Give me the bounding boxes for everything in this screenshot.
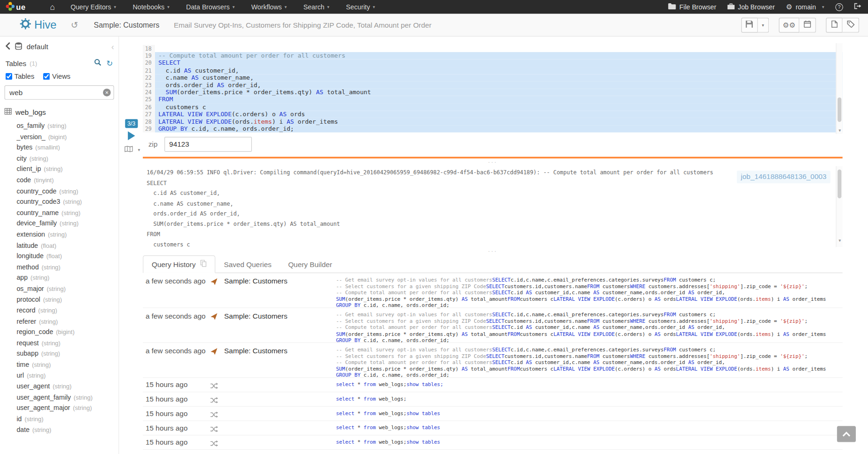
schedule-button[interactable] xyxy=(799,17,816,32)
help-icon[interactable]: ? xyxy=(835,3,843,11)
column-item[interactable]: country_code(string) xyxy=(0,186,118,196)
scrollbar-thumb[interactable] xyxy=(838,170,841,198)
history-query[interactable]: select * from web_logs;show tables; xyxy=(336,381,838,387)
history-query[interactable]: select * from web_logs; xyxy=(336,395,838,402)
document-button[interactable] xyxy=(826,17,842,32)
history-row[interactable]: a few seconds agoSample: Customers-- Get… xyxy=(143,343,843,378)
scrollbar-thumb[interactable] xyxy=(838,97,841,122)
column-item[interactable]: date(string) xyxy=(0,424,118,435)
column-item[interactable]: referer(string) xyxy=(0,316,118,327)
job-link[interactable]: job_1461888648136_0003 xyxy=(737,171,830,183)
history-row[interactable]: a few seconds agoSample: Customers-- Get… xyxy=(143,308,843,342)
execute-button[interactable] xyxy=(128,131,135,140)
column-item[interactable]: os_family(string) xyxy=(0,120,118,131)
editor-scrollbar[interactable]: ▼ xyxy=(836,43,842,134)
tab-query-history[interactable]: Query History xyxy=(143,255,215,273)
history-row[interactable]: a few seconds agoSample: Customers-- Get… xyxy=(143,273,843,308)
column-item[interactable]: app(string) xyxy=(0,272,118,283)
column-item[interactable]: longitude(float) xyxy=(0,251,118,261)
column-item[interactable]: user_agent_major(string) xyxy=(0,402,118,413)
filter-tables-checkbox[interactable]: Tables xyxy=(6,73,35,81)
history-query[interactable]: select * from web_logs;show tables xyxy=(336,410,838,417)
column-item[interactable]: user_agent_family(string) xyxy=(0,392,118,402)
hive-app-link[interactable]: Hive xyxy=(20,18,57,31)
history-row[interactable]: 15 hours agoselect * from web_logs;show … xyxy=(143,378,843,392)
column-type: (string) xyxy=(47,122,66,129)
back-icon[interactable] xyxy=(6,42,11,52)
history-query[interactable]: -- Get email survey opt-in values for al… xyxy=(336,312,838,344)
menu-notebooks[interactable]: Notebooks▾ xyxy=(126,0,176,14)
menu-data-browsers[interactable]: Data Browsers▾ xyxy=(179,0,241,14)
column-item[interactable]: country_name(string) xyxy=(0,207,118,218)
column-item[interactable]: code(tinyint) xyxy=(0,174,118,185)
home-button[interactable]: ⌂ xyxy=(50,0,55,14)
resize-handle-icon[interactable]: ··· xyxy=(143,160,843,165)
scroll-down-icon[interactable]: ▼ xyxy=(837,236,843,246)
history-icon[interactable]: ↺ xyxy=(71,20,78,30)
user-menu[interactable]: ⚙ romain ▾ xyxy=(786,3,824,11)
history-row[interactable]: 15 hours agoselect * from web_logs;show … xyxy=(143,407,843,421)
log-scrollbar[interactable]: ▼ xyxy=(836,166,842,247)
column-item[interactable]: country_code3(string) xyxy=(0,196,118,207)
tables-checkbox[interactable] xyxy=(6,73,12,80)
collapse-panel-icon[interactable]: ‹ xyxy=(111,42,114,52)
job-browser-link[interactable]: Job Browser xyxy=(728,3,775,11)
history-row[interactable]: 15 hours agoselect * from web_logs;show … xyxy=(143,435,843,450)
save-dropdown-button[interactable]: ▾ xyxy=(758,17,769,32)
history-row[interactable]: 15 hours agoselect * from web_logs;show … xyxy=(143,421,843,436)
settings-button[interactable]: ⚙⚙ xyxy=(779,17,799,32)
menu-security[interactable]: Security▾ xyxy=(339,0,382,14)
column-item[interactable]: _version_(bigint) xyxy=(0,131,118,142)
column-item[interactable]: device_family(string) xyxy=(0,218,118,229)
clear-filter-icon[interactable]: ✕ xyxy=(103,89,111,97)
database-name[interactable]: default xyxy=(27,43,48,51)
hue-logo[interactable]: ue xyxy=(6,1,26,13)
column-name: user_agent_family xyxy=(16,393,71,401)
scroll-down-icon[interactable]: ▼ xyxy=(837,128,843,133)
file-browser-link[interactable]: File Browser xyxy=(668,3,716,11)
variable-input[interactable] xyxy=(164,137,252,152)
scroll-to-top-button[interactable] xyxy=(837,426,856,442)
column-item[interactable]: time(string) xyxy=(0,359,118,370)
refresh-icon[interactable]: ↻ xyxy=(106,60,113,67)
tab-query-builder[interactable]: Query Builder xyxy=(280,256,340,272)
menu-query-editors[interactable]: Query Editors▾ xyxy=(64,0,123,14)
menu-workflows[interactable]: Workflows▾ xyxy=(244,0,293,14)
column-item[interactable]: region_code(bigint) xyxy=(0,327,118,337)
search-icon[interactable] xyxy=(94,59,101,67)
column-item[interactable]: extension(string) xyxy=(0,229,118,239)
table-item-web-logs[interactable]: web_logs xyxy=(0,100,118,118)
editor-toolbar: Hive ↺ Sample: Customers Email Survey Op… xyxy=(0,14,868,37)
sql-editor[interactable]: 18 19-- Compute total amount per order f… xyxy=(143,43,843,134)
history-row[interactable]: 15 hours agoselect * from web_logs; xyxy=(143,392,843,407)
column-item[interactable]: os_major(string) xyxy=(0,283,118,294)
sign-out-icon[interactable] xyxy=(854,3,861,11)
log-line: SELECT xyxy=(147,178,835,188)
column-item[interactable]: method(string) xyxy=(0,261,118,272)
query-map-button[interactable]: ▾ xyxy=(125,145,140,155)
column-item[interactable]: latitude(float) xyxy=(0,239,118,250)
table-filter-input[interactable] xyxy=(4,85,114,100)
column-item[interactable]: bytes(smallint) xyxy=(0,142,118,153)
history-query[interactable]: -- Get email survey opt-in values for al… xyxy=(336,346,838,379)
history-query[interactable]: select * from web_logs;show tables xyxy=(336,424,838,431)
column-item[interactable]: protocol(string) xyxy=(0,294,118,305)
column-item[interactable]: city(string) xyxy=(0,153,118,164)
save-button[interactable] xyxy=(741,17,758,32)
history-query[interactable]: -- Get email survey opt-in values for al… xyxy=(336,276,838,309)
resize-handle-icon[interactable]: ··· xyxy=(143,249,843,254)
chevron-down-icon: ▾ xyxy=(822,4,824,9)
column-item[interactable]: client_ip(string) xyxy=(0,164,118,174)
tab-saved-queries[interactable]: Saved Queries xyxy=(216,256,280,272)
column-item[interactable]: url(string) xyxy=(0,370,118,380)
menu-search[interactable]: Search▾ xyxy=(297,0,336,14)
column-item[interactable]: subapp(string) xyxy=(0,348,118,359)
column-item[interactable]: record(string) xyxy=(0,305,118,315)
views-checkbox[interactable] xyxy=(43,73,50,80)
column-item[interactable]: user_agent(string) xyxy=(0,381,118,392)
filter-views-checkbox[interactable]: Views xyxy=(43,73,70,81)
column-item[interactable]: id(string) xyxy=(0,413,118,424)
tags-button[interactable] xyxy=(843,17,859,32)
column-item[interactable]: request(string) xyxy=(0,337,118,348)
history-query[interactable]: select * from web_logs;show tables xyxy=(336,439,838,445)
